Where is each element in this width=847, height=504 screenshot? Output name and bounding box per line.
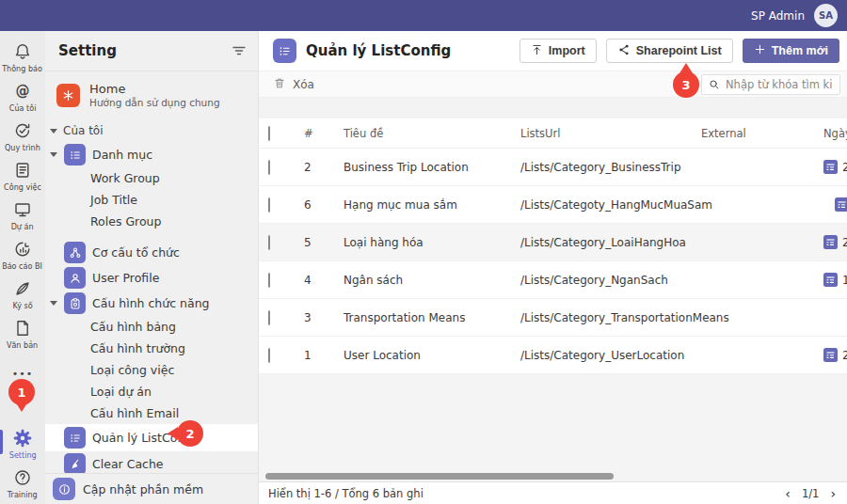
process-icon: [13, 121, 32, 141]
sidebar-item-org-structure[interactable]: Cơ cấu tổ chức: [45, 240, 258, 265]
add-new-button[interactable]: Thêm mới: [743, 39, 839, 63]
user-icon: [64, 267, 86, 289]
sidebar-item-field-config[interactable]: Cấu hình trường: [45, 338, 258, 359]
sidebar-item-table-config[interactable]: Cấu hình bảng: [45, 316, 258, 338]
select-all-checkbox[interactable]: [268, 126, 270, 141]
table-row[interactable]: 3 Transportation Means /Lists/Category_T…: [259, 299, 847, 337]
plus-icon: [754, 43, 766, 58]
calendar-icon: [823, 273, 838, 287]
chevron-right-icon[interactable]: ›: [830, 487, 836, 500]
sidebar-section-my[interactable]: Của tôi: [45, 117, 258, 142]
chevron-left-icon[interactable]: ‹: [785, 487, 791, 500]
left-rail: Thông báo @ Của tôi Quy trình Công việc …: [0, 31, 45, 504]
rail-item-setting[interactable]: Setting: [0, 425, 45, 463]
row-checkbox[interactable]: [268, 160, 270, 175]
table-row[interactable]: 2 Business Trip Location /Lists/Category…: [259, 149, 847, 186]
sidebar-item-work-type[interactable]: Loại công việc: [45, 359, 258, 381]
table-footer: Hiển thị 1-6 / Tổng 6 bản ghi ‹ 1/1 ›: [259, 481, 847, 504]
sidebar-item-project-type[interactable]: Loại dự án: [45, 381, 258, 402]
delete-button[interactable]: Xóa: [273, 76, 314, 93]
cell-url: /Lists/Category_UserLocation: [520, 349, 701, 362]
cell-num: 2: [304, 161, 344, 174]
row-checkbox[interactable]: [268, 197, 270, 213]
calendar-icon: [835, 197, 847, 212]
rail-item-process[interactable]: Quy trình: [0, 118, 45, 155]
sidebar-home-subtitle: Hướng dẫn sử dụng chung: [89, 97, 220, 109]
cell-title: Business Trip Location: [344, 161, 520, 174]
topbar-user-name: SP Admin: [751, 9, 805, 23]
cell-num: 1: [304, 349, 344, 362]
row-checkbox[interactable]: [268, 235, 270, 250]
cell-title: Ngân sách: [344, 274, 520, 287]
topbar: SP Admin SA: [0, 0, 847, 31]
rail-item-notifications[interactable]: Thông báo: [0, 39, 45, 76]
chevron-down-icon: [50, 129, 57, 134]
table-row[interactable]: 5 Loại hàng hóa /Lists/Category_LoaiHang…: [259, 224, 847, 261]
avatar[interactable]: SA: [814, 4, 838, 27]
broom-icon: [64, 453, 86, 473]
rail-item-label: Công việc: [4, 182, 41, 192]
rail-item-projects[interactable]: Dự án: [0, 197, 45, 234]
sidebar-item-clear-cache[interactable]: Clear Cache: [45, 451, 258, 473]
row-checkbox[interactable]: [268, 348, 270, 363]
cell-url: /Lists/Category_LoaiHangHoa: [520, 236, 701, 249]
home-app-icon: [56, 84, 80, 107]
sidebar-body: Home Hướng dẫn sử dụng chung Của tôi Dan…: [45, 71, 258, 473]
import-button-label: Import: [549, 44, 585, 57]
column-header-title[interactable]: Tiêu đề: [344, 127, 520, 140]
page-indicator: 1/1: [802, 487, 820, 500]
trash-icon: [273, 76, 286, 93]
table-empty-area: [259, 374, 847, 481]
rail-item-label: Setting: [9, 450, 37, 460]
list-icon: [64, 144, 86, 165]
table-row[interactable]: 1 User Location /Lists/Category_UserLoca…: [259, 337, 847, 374]
sidebar-item-function-config[interactable]: Cấu hình chức năng: [45, 291, 258, 316]
table-row[interactable]: 6 Hạng mục mua sắm /Lists/Categoty_HangM…: [259, 186, 847, 224]
sidebar-item-user-profile[interactable]: User Profile: [45, 265, 258, 291]
rail-item-digital-sign[interactable]: Ký số: [0, 276, 45, 313]
gear-icon: [12, 429, 33, 449]
delete-button-label: Xóa: [293, 78, 314, 91]
main-panel: Quản lý ListConfig Import Sharepoint Lis…: [259, 31, 847, 504]
row-checkbox[interactable]: [268, 310, 270, 325]
table-row[interactable]: 4 Ngân sách /Lists/Category_NganSach 18: [259, 261, 847, 299]
rail-item-label: Thông báo: [3, 64, 43, 73]
rail-item-training[interactable]: Training: [0, 465, 45, 502]
rail-item-label: Báo cáo BI: [3, 261, 43, 271]
pen-icon: [13, 279, 32, 299]
sidebar-item-roles-group[interactable]: Roles Group: [45, 211, 258, 232]
clipboard-gear-icon: [64, 292, 86, 314]
cell-num: 6: [304, 198, 344, 212]
column-header-num[interactable]: #: [304, 127, 344, 140]
rail-item-label: Training: [8, 490, 38, 499]
cell-date: 27: [835, 197, 847, 212]
column-header-date[interactable]: Ngày: [823, 127, 847, 140]
sidebar-item-work-group[interactable]: Work Group: [45, 167, 258, 189]
table-header-row: # Tiêu đề ListsUrl External Ngày: [259, 118, 847, 149]
sidebar-item-email-config[interactable]: Cấu hình Email: [45, 402, 258, 424]
cell-date: 29: [823, 348, 847, 362]
row-checkbox[interactable]: [268, 273, 270, 288]
tasks-icon: [13, 161, 32, 181]
sharepoint-list-button[interactable]: Sharepoint List: [606, 39, 733, 63]
sidebar-item-label: Cơ cấu tổ chức: [92, 245, 180, 260]
document-icon: [13, 319, 32, 339]
column-header-url[interactable]: ListsUrl: [520, 127, 701, 140]
filter-icon[interactable]: [232, 42, 246, 60]
rail-item-tasks[interactable]: Công việc: [0, 157, 45, 195]
rail-item-bi-reports[interactable]: Báo cáo BI: [0, 236, 45, 274]
sidebar-item-job-title[interactable]: Job Title: [45, 189, 258, 211]
column-header-external[interactable]: External: [701, 127, 823, 140]
import-button[interactable]: Import: [519, 39, 597, 63]
rail-item-documents[interactable]: Văn bản: [0, 315, 45, 353]
sidebar-item-danh-muc[interactable]: Danh mục: [45, 142, 258, 167]
cell-num: 4: [304, 274, 344, 287]
rail-item-my-stuff[interactable]: @ Của tôi: [0, 78, 45, 116]
cell-date: 18: [823, 273, 847, 287]
sidebar-item-software-update[interactable]: Cập nhật phần mềm: [45, 473, 258, 504]
sidebar-item-listconfig[interactable]: Quản lý ListConfig: [45, 424, 258, 451]
sidebar-item-home[interactable]: Home Hướng dẫn sử dụng chung: [45, 74, 258, 117]
search-input[interactable]: [726, 78, 833, 91]
horizontal-scrollbar[interactable]: [265, 473, 614, 480]
chevron-down-icon: [50, 152, 57, 157]
